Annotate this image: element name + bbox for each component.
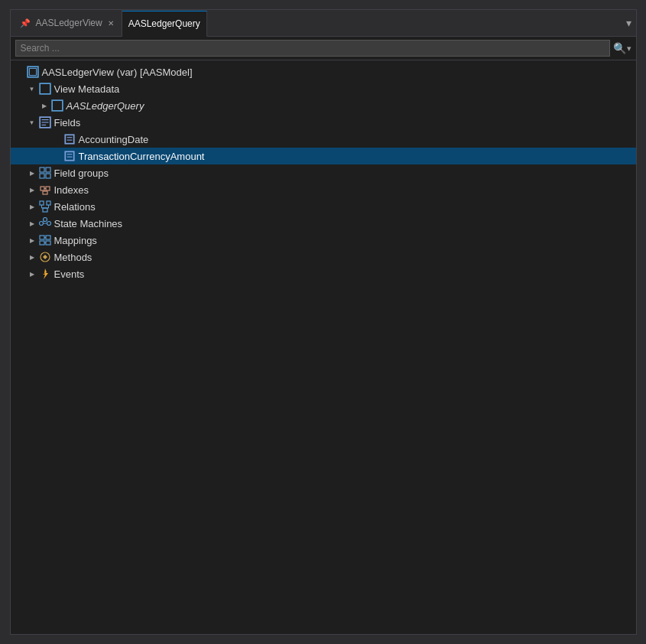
tree-item-fields[interactable]: Fields [11,114,636,131]
view-metadata-icon [38,82,52,96]
expand-icon-events [26,265,38,282]
expand-icon-methods [26,249,38,265]
expand-icon-fieldGroups [26,164,38,181]
svg-rect-24 [40,201,44,205]
svg-rect-16 [40,174,44,178]
svg-rect-26 [43,208,47,212]
svg-point-31 [39,222,43,226]
close-tab-icon[interactable]: ✕ [106,18,115,28]
tree-label-transactionCurrencyAmount: TransactionCurrencyAmount [79,151,205,162]
tree-label-fieldGroups: Field groups [54,168,109,179]
svg-rect-36 [40,236,44,239]
tree-label-viewMetadata: View Metadata [54,83,120,95]
tree-label-relations: Relations [54,201,96,213]
field-icon-accountingDate [63,132,76,146]
expand-icon-mappings [26,232,38,249]
tree-item-root[interactable]: AASLedgerView (var) [AASModel] [11,63,636,80]
svg-rect-8 [65,135,73,143]
events-icon [38,267,52,281]
search-icon[interactable]: 🔍 [613,42,626,54]
expand-icon-accountingDate [50,131,63,148]
tab-label-aasLedgerQuery: AASLedgerQuery [128,18,200,29]
expand-icon-fields [26,114,38,131]
tree-item-mappings[interactable]: Mappings [11,232,636,249]
tree-label-accountingDate: AccountingDate [79,134,149,145]
svg-rect-21 [43,191,47,194]
tree-item-accountingDate[interactable]: AccountingDate [11,131,636,148]
tree-item-viewMetadata[interactable]: View Metadata [11,80,636,97]
tree-item-relations[interactable]: Relations [11,198,636,215]
expand-icon-indexes [26,181,38,198]
model-icon [26,65,40,79]
expand-icon-viewMetadata [26,80,38,97]
statemachines-icon [38,216,52,230]
search-dropdown-icon[interactable]: ▾ [627,44,631,54]
fields-icon [38,115,52,129]
tree-label-root: AASLedgerView (var) [AASModel] [42,67,193,78]
tree-item-fieldGroups[interactable]: Field groups [11,164,636,181]
svg-marker-43 [43,268,48,279]
query-icon [50,99,64,112]
tree-label-stateMachines: State Machines [54,218,123,229]
svg-rect-2 [40,83,50,94]
tree-item-aasLedgerQueryNode[interactable]: AASLedgerQuery [11,97,636,114]
indexes-icon [38,183,52,197]
tree-label-events: Events [54,268,85,280]
svg-rect-38 [40,241,44,245]
relations-icon [38,200,52,213]
tree-label-indexes: Indexes [54,184,89,196]
svg-rect-39 [46,241,50,245]
tree-item-indexes[interactable]: Indexes [11,181,636,198]
svg-point-32 [47,222,50,226]
expand-icon-aasLedgerQueryNode [38,97,50,114]
expand-icon-root [14,63,26,80]
svg-rect-37 [46,236,50,239]
tab-bar: 📌 AASLedgerView ✕ AASLedgerQuery ▾ [11,10,636,37]
tree-label-aasLedgerQueryNode: AASLedgerQuery [67,100,144,112]
svg-rect-17 [46,174,50,178]
pin-icon: 📌 [20,18,31,28]
tree-item-methods[interactable]: Methods [11,249,636,265]
expand-icon-relations [26,198,38,215]
tree-item-stateMachines[interactable]: State Machines [11,215,636,232]
tree-item-events[interactable]: Events [11,265,636,282]
fieldgroups-icon [38,166,52,180]
expand-icon-transactionCurrencyAmount [50,148,63,164]
tree-item-transactionCurrencyAmount[interactable]: TransactionCurrencyAmount [11,148,636,164]
svg-rect-11 [65,151,73,160]
tab-aasLedgerQuery[interactable]: AASLedgerQuery [122,11,207,37]
svg-rect-19 [46,187,50,190]
tree-view: AASLedgerView (var) [AASModel] View Meta… [11,60,636,634]
svg-rect-3 [52,100,63,111]
svg-rect-18 [41,187,44,190]
tree-label-methods: Methods [54,252,93,263]
tab-label-aasLedgerView: AASLedgerView [36,18,102,28]
mappings-icon [38,233,52,247]
tree-label-mappings: Mappings [54,235,97,246]
search-bar: 🔍 ▾ [11,37,636,60]
search-input[interactable] [15,40,610,57]
tab-dropdown-icon[interactable]: ▾ [626,17,631,29]
expand-icon-stateMachines [26,215,38,232]
methods-icon [38,250,52,264]
svg-rect-25 [47,201,50,205]
main-panel: 📌 AASLedgerView ✕ AASLedgerQuery ▾ 🔍 ▾ A… [10,9,637,635]
svg-point-33 [43,218,47,222]
tree-label-fields: Fields [54,117,81,128]
field-icon-transactionCurrencyAmount [63,149,76,163]
svg-rect-15 [46,168,50,172]
tab-aasLedgerView[interactable]: 📌 AASLedgerView ✕ [14,10,122,36]
svg-rect-1 [29,68,36,75]
svg-rect-14 [40,168,44,172]
